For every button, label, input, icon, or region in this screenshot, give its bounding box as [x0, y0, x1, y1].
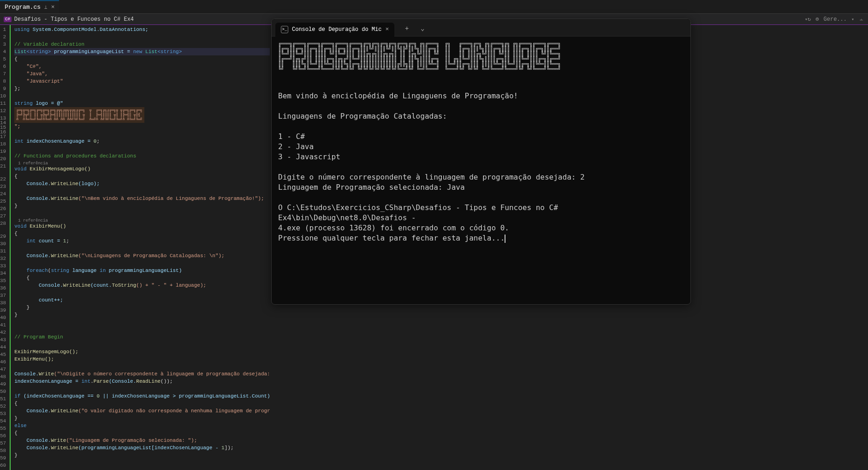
- console-line: 1 - C#: [278, 132, 305, 141]
- line-number-column: 1234567891011121314151617181920212223242…: [0, 25, 10, 470]
- sync-icon[interactable]: ↻: [808, 16, 811, 23]
- ascii-banner: ╔═══╗╔═══╗╔═══╗╔═══╗╔═══╗╔═══╗╔═╗╔═╗╔═╗╔…: [278, 41, 684, 72]
- pin-icon[interactable]: ⟂: [44, 4, 48, 10]
- console-line: Digite o número correspondente à linguag…: [278, 173, 585, 181]
- console-line: Linguagens de Programação Catalogadas:: [278, 112, 447, 121]
- file-tab-program[interactable]: Program.cs ⟂ ×: [0, 0, 59, 13]
- console-tab-title: Console de Depuração do Mic: [292, 26, 381, 33]
- ascii-logo-string: ╔═╗╦═╗╔═╗╔═╗╦═╗╔═╗╔╦╗╔╦╗╦╔╗╔╔═╗ ╦ ╔═╗╔╗╔…: [14, 107, 270, 123]
- code-editor[interactable]: 1234567891011121314151617181920212223242…: [0, 25, 270, 470]
- console-line: Linguagem de Programação selecionada: Ja…: [278, 183, 465, 192]
- close-icon[interactable]: ×: [385, 26, 389, 33]
- codelens-reference[interactable]: 1 referência: [14, 217, 270, 223]
- codelens-reference[interactable]: 1 referência: [14, 160, 270, 165]
- editor-tab-bar: Program.cs ⟂ ×: [0, 0, 868, 14]
- file-tab-label: Program.cs: [5, 4, 41, 11]
- code-content[interactable]: using System.ComponentModel.DataAnnotati…: [10, 25, 270, 470]
- close-icon[interactable]: ×: [51, 4, 55, 11]
- scrollbar[interactable]: [862, 25, 868, 470]
- console-line: 4.exe (processo 13628) foi encerrado com…: [278, 223, 509, 232]
- pin-icon[interactable]: ⫠: [859, 16, 864, 23]
- new-tab-button[interactable]: +: [400, 22, 414, 36]
- project-label: Desafios - Tipos e Funcoes no C# Ex4: [14, 16, 134, 23]
- console-line: Bem vindo à enciclopédia de Lingaguens d…: [278, 91, 518, 100]
- csharp-badge-icon: C#: [4, 17, 12, 22]
- cursor-icon: [505, 235, 505, 243]
- chevron-down-icon: ▾: [851, 17, 854, 22]
- console-line: 2 - Java: [278, 142, 314, 151]
- gear-icon[interactable]: ⚙: [815, 16, 819, 23]
- console-tab[interactable]: >_ Console de Depuração do Mic ×: [275, 23, 394, 36]
- console-line: 3 - Javascript: [278, 152, 340, 161]
- generate-dropdown[interactable]: Gere...: [824, 16, 847, 23]
- console-titlebar[interactable]: >_ Console de Depuração do Mic × + ⌄: [272, 19, 690, 36]
- terminal-icon: >_: [281, 26, 288, 33]
- chevron-down-icon[interactable]: ⌄: [416, 22, 429, 36]
- console-line: Pressione qualquer tecla para fechar est…: [278, 234, 505, 242]
- debug-console-window: >_ Console de Depuração do Mic × + ⌄ ╔══…: [271, 18, 691, 305]
- console-output[interactable]: ╔═══╗╔═══╗╔═══╗╔═══╗╔═══╗╔═══╗╔═╗╔═╗╔═╗╔…: [272, 36, 690, 304]
- console-line: O C:\Estudos\Exercicios_CSharp\Desafios …: [278, 203, 563, 222]
